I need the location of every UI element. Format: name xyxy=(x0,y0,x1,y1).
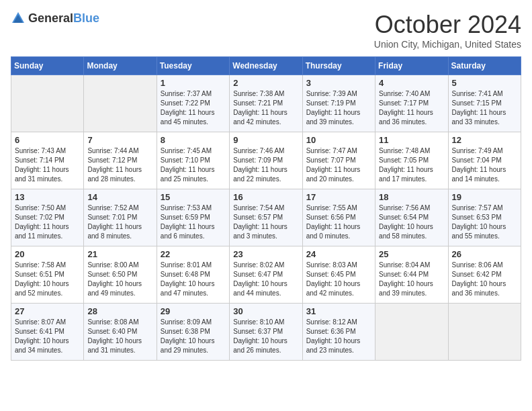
day-detail: Sunrise: 7:48 AMSunset: 7:05 PMDaylight:… xyxy=(379,147,433,183)
day-number: 7 xyxy=(87,135,152,145)
calendar-cell: 10Sunrise: 7:47 AMSunset: 7:07 PMDayligh… xyxy=(302,132,375,189)
month-title: October 2024 xyxy=(374,11,521,39)
day-detail: Sunrise: 7:45 AMSunset: 7:10 PMDaylight:… xyxy=(161,147,215,183)
day-number: 12 xyxy=(452,135,517,145)
day-detail: Sunrise: 7:57 AMSunset: 6:53 PMDaylight:… xyxy=(452,204,506,240)
calendar-cell: 2Sunrise: 7:38 AMSunset: 7:21 PMDaylight… xyxy=(230,75,302,132)
day-number: 5 xyxy=(452,78,517,88)
day-detail: Sunrise: 7:55 AMSunset: 6:56 PMDaylight:… xyxy=(306,204,361,240)
header-day-wednesday: Wednesday xyxy=(230,57,302,75)
calendar-cell: 18Sunrise: 7:56 AMSunset: 6:54 PMDayligh… xyxy=(375,189,448,246)
calendar-cell: 6Sunrise: 7:43 AMSunset: 7:14 PMDaylight… xyxy=(11,132,84,189)
day-detail: Sunrise: 8:02 AMSunset: 6:47 PMDaylight:… xyxy=(233,261,287,297)
day-detail: Sunrise: 8:12 AMSunset: 6:36 PMDaylight:… xyxy=(306,318,361,354)
day-detail: Sunrise: 7:44 AMSunset: 7:12 PMDaylight:… xyxy=(87,147,142,183)
location: Union City, Michigan, United States xyxy=(374,39,521,50)
day-detail: Sunrise: 8:08 AMSunset: 6:40 PMDaylight:… xyxy=(87,318,142,354)
calendar-cell: 16Sunrise: 7:54 AMSunset: 6:57 PMDayligh… xyxy=(230,189,302,246)
calendar-cell: 17Sunrise: 7:55 AMSunset: 6:56 PMDayligh… xyxy=(302,189,375,246)
day-detail: Sunrise: 7:43 AMSunset: 7:14 PMDaylight:… xyxy=(15,147,69,183)
day-number: 15 xyxy=(161,192,226,202)
calendar-cell: 8Sunrise: 7:45 AMSunset: 7:10 PMDaylight… xyxy=(157,132,229,189)
day-number: 25 xyxy=(379,249,444,259)
day-number: 11 xyxy=(379,135,444,145)
day-detail: Sunrise: 7:53 AMSunset: 6:59 PMDaylight:… xyxy=(161,204,215,240)
day-detail: Sunrise: 8:04 AMSunset: 6:44 PMDaylight:… xyxy=(379,261,433,297)
day-number: 1 xyxy=(161,78,226,88)
day-detail: Sunrise: 8:09 AMSunset: 6:38 PMDaylight:… xyxy=(161,318,215,354)
calendar-cell: 14Sunrise: 7:52 AMSunset: 7:01 PMDayligh… xyxy=(84,189,157,246)
day-detail: Sunrise: 7:50 AMSunset: 7:02 PMDaylight:… xyxy=(15,204,69,240)
day-number: 31 xyxy=(306,306,371,316)
week-row-5: 27Sunrise: 8:07 AMSunset: 6:41 PMDayligh… xyxy=(11,304,521,361)
calendar-cell: 1Sunrise: 7:37 AMSunset: 7:22 PMDaylight… xyxy=(157,75,229,132)
day-detail: Sunrise: 7:40 AMSunset: 7:17 PMDaylight:… xyxy=(379,90,433,126)
day-detail: Sunrise: 7:47 AMSunset: 7:07 PMDaylight:… xyxy=(306,147,361,183)
day-number: 26 xyxy=(452,249,517,259)
header-day-monday: Monday xyxy=(84,57,157,75)
calendar-cell: 9Sunrise: 7:46 AMSunset: 7:09 PMDaylight… xyxy=(230,132,302,189)
day-number: 19 xyxy=(452,192,517,202)
calendar-cell: 5Sunrise: 7:41 AMSunset: 7:15 PMDaylight… xyxy=(448,75,521,132)
day-detail: Sunrise: 8:00 AMSunset: 6:50 PMDaylight:… xyxy=(87,261,142,297)
calendar-cell: 22Sunrise: 8:01 AMSunset: 6:48 PMDayligh… xyxy=(157,246,229,304)
calendar-cell: 26Sunrise: 8:06 AMSunset: 6:42 PMDayligh… xyxy=(448,246,521,304)
calendar-cell: 3Sunrise: 7:39 AMSunset: 7:19 PMDaylight… xyxy=(302,75,375,132)
calendar-cell: 7Sunrise: 7:44 AMSunset: 7:12 PMDaylight… xyxy=(84,132,157,189)
day-number: 24 xyxy=(306,249,371,259)
header-day-sunday: Sunday xyxy=(11,57,84,75)
day-detail: Sunrise: 8:10 AMSunset: 6:37 PMDaylight:… xyxy=(233,318,287,354)
day-detail: Sunrise: 7:38 AMSunset: 7:21 PMDaylight:… xyxy=(233,90,287,126)
day-number: 22 xyxy=(161,249,226,259)
header-day-friday: Friday xyxy=(375,57,448,75)
calendar-cell: 28Sunrise: 8:08 AMSunset: 6:40 PMDayligh… xyxy=(84,304,157,361)
day-number: 29 xyxy=(161,306,226,316)
calendar-cell: 24Sunrise: 8:03 AMSunset: 6:45 PMDayligh… xyxy=(302,246,375,304)
day-number: 8 xyxy=(161,135,226,145)
header-day-tuesday: Tuesday xyxy=(157,57,229,75)
day-number: 6 xyxy=(15,135,80,145)
day-number: 20 xyxy=(15,249,80,259)
day-number: 10 xyxy=(306,135,371,145)
header-row: SundayMondayTuesdayWednesdayThursdayFrid… xyxy=(11,57,521,75)
title-block: October 2024 Union City, Michigan, Unite… xyxy=(374,11,521,50)
calendar-cell: 11Sunrise: 7:48 AMSunset: 7:05 PMDayligh… xyxy=(375,132,448,189)
day-detail: Sunrise: 8:01 AMSunset: 6:48 PMDaylight:… xyxy=(161,261,215,297)
calendar-table: SundayMondayTuesdayWednesdayThursdayFrid… xyxy=(11,56,521,361)
day-number: 27 xyxy=(15,306,80,316)
day-number: 16 xyxy=(233,192,298,202)
day-detail: Sunrise: 8:03 AMSunset: 6:45 PMDaylight:… xyxy=(306,261,361,297)
logo: GeneralBlue xyxy=(11,11,99,26)
day-detail: Sunrise: 7:37 AMSunset: 7:22 PMDaylight:… xyxy=(161,90,215,126)
day-detail: Sunrise: 7:54 AMSunset: 6:57 PMDaylight:… xyxy=(233,204,287,240)
calendar-cell: 23Sunrise: 8:02 AMSunset: 6:47 PMDayligh… xyxy=(230,246,302,304)
day-number: 28 xyxy=(87,306,152,316)
calendar-cell: 31Sunrise: 8:12 AMSunset: 6:36 PMDayligh… xyxy=(302,304,375,361)
day-number: 23 xyxy=(233,249,298,259)
calendar-cell: 20Sunrise: 7:58 AMSunset: 6:51 PMDayligh… xyxy=(11,246,84,304)
day-detail: Sunrise: 7:52 AMSunset: 7:01 PMDaylight:… xyxy=(87,204,142,240)
calendar-cell xyxy=(84,75,157,132)
calendar-cell: 29Sunrise: 8:09 AMSunset: 6:38 PMDayligh… xyxy=(157,304,229,361)
page-header: GeneralBlue October 2024 Union City, Mic… xyxy=(11,11,521,50)
day-detail: Sunrise: 7:49 AMSunset: 7:04 PMDaylight:… xyxy=(452,147,506,183)
day-detail: Sunrise: 7:56 AMSunset: 6:54 PMDaylight:… xyxy=(379,204,433,240)
day-detail: Sunrise: 7:39 AMSunset: 7:19 PMDaylight:… xyxy=(306,90,361,126)
day-detail: Sunrise: 7:58 AMSunset: 6:51 PMDaylight:… xyxy=(15,261,69,297)
day-detail: Sunrise: 7:46 AMSunset: 7:09 PMDaylight:… xyxy=(233,147,287,183)
calendar-cell xyxy=(375,304,448,361)
calendar-cell: 25Sunrise: 8:04 AMSunset: 6:44 PMDayligh… xyxy=(375,246,448,304)
day-detail: Sunrise: 8:07 AMSunset: 6:41 PMDaylight:… xyxy=(15,318,69,354)
calendar-cell: 4Sunrise: 7:40 AMSunset: 7:17 PMDaylight… xyxy=(375,75,448,132)
week-row-3: 13Sunrise: 7:50 AMSunset: 7:02 PMDayligh… xyxy=(11,189,521,246)
calendar-cell: 21Sunrise: 8:00 AMSunset: 6:50 PMDayligh… xyxy=(84,246,157,304)
calendar-cell: 19Sunrise: 7:57 AMSunset: 6:53 PMDayligh… xyxy=(448,189,521,246)
logo-icon xyxy=(11,11,26,26)
day-number: 2 xyxy=(233,78,298,88)
week-row-2: 6Sunrise: 7:43 AMSunset: 7:14 PMDaylight… xyxy=(11,132,521,189)
week-row-1: 1Sunrise: 7:37 AMSunset: 7:22 PMDaylight… xyxy=(11,75,521,132)
day-number: 13 xyxy=(15,192,80,202)
day-number: 18 xyxy=(379,192,444,202)
day-number: 17 xyxy=(306,192,371,202)
calendar-cell: 27Sunrise: 8:07 AMSunset: 6:41 PMDayligh… xyxy=(11,304,84,361)
